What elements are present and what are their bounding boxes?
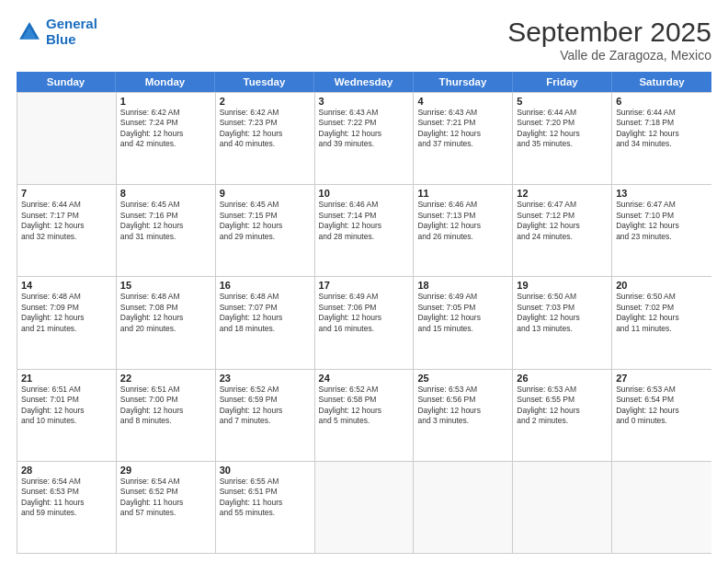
day-cell-7: 7Sunrise: 6:44 AMSunset: 7:17 PMDaylight…: [17, 185, 117, 276]
weekday-header-saturday: Saturday: [612, 72, 711, 92]
day-number: 5: [517, 96, 608, 107]
day-number: 26: [517, 373, 608, 384]
day-info: Sunrise: 6:48 AMSunset: 7:09 PMDaylight:…: [21, 292, 112, 334]
calendar: SundayMondayTuesdayWednesdayThursdayFrid…: [17, 72, 711, 554]
day-cell-3: 3Sunrise: 6:43 AMSunset: 7:22 PMDaylight…: [315, 93, 415, 184]
day-cell-8: 8Sunrise: 6:45 AMSunset: 7:16 PMDaylight…: [117, 185, 216, 276]
day-cell-15: 15Sunrise: 6:48 AMSunset: 7:08 PMDayligh…: [117, 277, 216, 368]
day-number: 6: [616, 96, 708, 107]
weekday-header-thursday: Thursday: [414, 72, 513, 92]
day-cell-16: 16Sunrise: 6:48 AMSunset: 7:07 PMDayligh…: [216, 277, 315, 368]
day-number: 17: [319, 280, 410, 291]
calendar-header: SundayMondayTuesdayWednesdayThursdayFrid…: [17, 72, 711, 92]
weekday-header-tuesday: Tuesday: [215, 72, 314, 92]
day-info: Sunrise: 6:53 AMSunset: 6:55 PMDaylight:…: [517, 385, 608, 427]
logo-text: General Blue: [46, 17, 97, 47]
day-info: Sunrise: 6:53 AMSunset: 6:56 PMDaylight:…: [417, 385, 508, 427]
logo: General Blue: [17, 17, 97, 47]
day-number: 24: [319, 373, 410, 384]
day-cell-12: 12Sunrise: 6:47 AMSunset: 7:12 PMDayligh…: [513, 185, 612, 276]
day-info: Sunrise: 6:48 AMSunset: 7:08 PMDaylight:…: [120, 292, 211, 334]
calendar-row-2: 14Sunrise: 6:48 AMSunset: 7:09 PMDayligh…: [17, 276, 711, 368]
day-cell-2: 2Sunrise: 6:42 AMSunset: 7:23 PMDaylight…: [216, 93, 315, 184]
calendar-title: September 2025: [507, 17, 711, 48]
day-cell-6: 6Sunrise: 6:44 AMSunset: 7:18 PMDaylight…: [612, 93, 711, 184]
day-number: 2: [220, 96, 311, 107]
logo-icon: [17, 19, 42, 45]
day-info: Sunrise: 6:54 AMSunset: 6:52 PMDaylight:…: [120, 477, 211, 519]
day-cell-30: 30Sunrise: 6:55 AMSunset: 6:51 PMDayligh…: [216, 462, 315, 553]
day-cell-27: 27Sunrise: 6:53 AMSunset: 6:54 PMDayligh…: [612, 370, 711, 461]
day-cell-14: 14Sunrise: 6:48 AMSunset: 7:09 PMDayligh…: [17, 277, 117, 368]
day-info: Sunrise: 6:50 AMSunset: 7:03 PMDaylight:…: [517, 292, 608, 334]
logo-line1: General: [46, 16, 97, 31]
day-number: 18: [417, 280, 508, 291]
calendar-row-1: 7Sunrise: 6:44 AMSunset: 7:17 PMDaylight…: [17, 184, 711, 276]
day-cell-23: 23Sunrise: 6:52 AMSunset: 6:59 PMDayligh…: [216, 370, 315, 461]
empty-cell-4-6: [612, 462, 711, 553]
day-info: Sunrise: 6:52 AMSunset: 6:58 PMDaylight:…: [319, 385, 410, 427]
day-number: 29: [120, 465, 211, 476]
day-info: Sunrise: 6:47 AMSunset: 7:12 PMDaylight:…: [517, 200, 608, 242]
day-info: Sunrise: 6:44 AMSunset: 7:18 PMDaylight:…: [616, 108, 708, 150]
day-cell-25: 25Sunrise: 6:53 AMSunset: 6:56 PMDayligh…: [414, 370, 513, 461]
day-number: 15: [120, 280, 211, 291]
day-info: Sunrise: 6:52 AMSunset: 6:59 PMDaylight:…: [220, 385, 311, 427]
day-info: Sunrise: 6:43 AMSunset: 7:21 PMDaylight:…: [417, 108, 508, 150]
day-info: Sunrise: 6:43 AMSunset: 7:22 PMDaylight:…: [319, 108, 410, 150]
day-info: Sunrise: 6:45 AMSunset: 7:16 PMDaylight:…: [120, 200, 211, 242]
day-number: 14: [21, 280, 112, 291]
day-number: 10: [319, 188, 410, 199]
day-info: Sunrise: 6:51 AMSunset: 7:01 PMDaylight:…: [21, 385, 112, 427]
empty-cell-4-4: [414, 462, 513, 553]
weekday-header-friday: Friday: [513, 72, 612, 92]
day-info: Sunrise: 6:42 AMSunset: 7:23 PMDaylight:…: [220, 108, 311, 150]
day-number: 12: [517, 188, 608, 199]
day-cell-5: 5Sunrise: 6:44 AMSunset: 7:20 PMDaylight…: [513, 93, 612, 184]
day-cell-29: 29Sunrise: 6:54 AMSunset: 6:52 PMDayligh…: [117, 462, 216, 553]
day-cell-10: 10Sunrise: 6:46 AMSunset: 7:14 PMDayligh…: [315, 185, 415, 276]
day-info: Sunrise: 6:49 AMSunset: 7:05 PMDaylight:…: [417, 292, 508, 334]
day-cell-18: 18Sunrise: 6:49 AMSunset: 7:05 PMDayligh…: [414, 277, 513, 368]
logo-line2: Blue: [46, 31, 76, 47]
day-number: 19: [517, 280, 608, 291]
day-number: 21: [21, 373, 112, 384]
day-info: Sunrise: 6:46 AMSunset: 7:13 PMDaylight:…: [417, 200, 508, 242]
day-info: Sunrise: 6:47 AMSunset: 7:10 PMDaylight:…: [616, 200, 708, 242]
day-number: 30: [220, 465, 311, 476]
day-cell-11: 11Sunrise: 6:46 AMSunset: 7:13 PMDayligh…: [414, 185, 513, 276]
day-info: Sunrise: 6:55 AMSunset: 6:51 PMDaylight:…: [220, 477, 311, 519]
day-number: 11: [417, 188, 508, 199]
empty-cell-4-5: [513, 462, 612, 553]
day-number: 16: [220, 280, 311, 291]
day-cell-21: 21Sunrise: 6:51 AMSunset: 7:01 PMDayligh…: [17, 370, 117, 461]
day-info: Sunrise: 6:44 AMSunset: 7:17 PMDaylight:…: [21, 200, 112, 242]
weekday-header-wednesday: Wednesday: [314, 72, 414, 92]
calendar-row-3: 21Sunrise: 6:51 AMSunset: 7:01 PMDayligh…: [17, 369, 711, 461]
day-number: 7: [21, 188, 112, 199]
day-cell-28: 28Sunrise: 6:54 AMSunset: 6:53 PMDayligh…: [17, 462, 117, 553]
empty-cell-4-3: [315, 462, 415, 553]
day-number: 28: [21, 465, 112, 476]
day-info: Sunrise: 6:53 AMSunset: 6:54 PMDaylight:…: [616, 385, 708, 427]
day-info: Sunrise: 6:46 AMSunset: 7:14 PMDaylight:…: [319, 200, 410, 242]
day-info: Sunrise: 6:54 AMSunset: 6:53 PMDaylight:…: [21, 477, 112, 519]
day-info: Sunrise: 6:50 AMSunset: 7:02 PMDaylight:…: [616, 292, 708, 334]
header: General Blue September 2025 Valle de Zar…: [17, 17, 711, 63]
day-cell-9: 9Sunrise: 6:45 AMSunset: 7:15 PMDaylight…: [216, 185, 315, 276]
day-info: Sunrise: 6:42 AMSunset: 7:24 PMDaylight:…: [120, 108, 211, 150]
day-number: 8: [120, 188, 211, 199]
day-cell-17: 17Sunrise: 6:49 AMSunset: 7:06 PMDayligh…: [315, 277, 415, 368]
empty-cell-0-0: [17, 93, 117, 184]
day-cell-26: 26Sunrise: 6:53 AMSunset: 6:55 PMDayligh…: [513, 370, 612, 461]
day-number: 13: [616, 188, 708, 199]
day-number: 25: [417, 373, 508, 384]
day-number: 9: [220, 188, 311, 199]
day-cell-20: 20Sunrise: 6:50 AMSunset: 7:02 PMDayligh…: [612, 277, 711, 368]
day-cell-4: 4Sunrise: 6:43 AMSunset: 7:21 PMDaylight…: [414, 93, 513, 184]
weekday-header-monday: Monday: [116, 72, 215, 92]
calendar-subtitle: Valle de Zaragoza, Mexico: [507, 48, 711, 63]
day-cell-1: 1Sunrise: 6:42 AMSunset: 7:24 PMDaylight…: [117, 93, 216, 184]
day-info: Sunrise: 6:45 AMSunset: 7:15 PMDaylight:…: [220, 200, 311, 242]
day-cell-24: 24Sunrise: 6:52 AMSunset: 6:58 PMDayligh…: [315, 370, 415, 461]
